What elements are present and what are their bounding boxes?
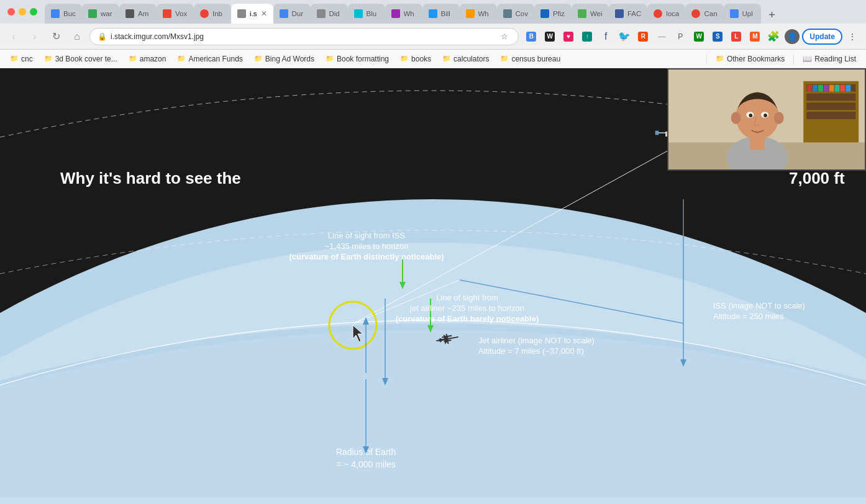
extension-icon-13[interactable]: M [746,28,763,45]
tab-favicon-wh2 [466,9,475,18]
tab-bill[interactable]: Bill [422,4,460,24]
extension-icon-4[interactable]: ↑ [578,28,596,45]
extension-icon-5[interactable]: f [597,28,614,45]
tab-war[interactable]: war [82,4,119,24]
tab-buc[interactable]: Buc [45,4,82,24]
bookmark-book-formatting[interactable]: 📁 Book formatting [321,53,394,65]
folder-icon-6: 📁 [326,55,334,63]
folder-icon-8: 📁 [442,55,451,63]
extension-icon-2[interactable]: W [541,28,558,45]
refresh-button[interactable]: ↻ [47,28,65,45]
tab-blu[interactable]: Blu [348,4,385,24]
bookmark-census[interactable]: 📁 census bureau [495,53,565,65]
svg-rect-47 [807,85,812,92]
extension-icon-3[interactable]: ♥ [560,28,577,45]
bookmark-bing-ad-words[interactable]: 📁 Bing Ad Words [249,53,319,65]
svg-point-62 [774,112,784,124]
bookmark-american-funds[interactable]: 📁 American Funds [172,53,247,65]
tab-label-did: Did [329,10,342,17]
bookmark-label-bing: Bing Ad Words [265,55,314,63]
tab-inb[interactable]: Inb [194,4,231,24]
address-icons: ☆ [498,30,511,43]
svg-text:7,000 ft: 7,000 ft [789,169,845,187]
reading-list-label: Reading List [814,55,856,63]
extension-icon-1[interactable]: B [522,28,540,45]
svg-text:ISS (image NOT to scale): ISS (image NOT to scale) [713,301,805,310]
svg-rect-51 [829,85,834,92]
tab-imgur[interactable]: i.s ✕ [231,4,273,24]
tab-favicon-am [125,9,134,18]
extensions-puzzle-icon[interactable]: 🧩 [765,28,782,45]
folder-icon-3: 📁 [129,55,137,63]
bookmark-star-icon[interactable]: ☆ [498,30,511,43]
tab-favicon-imgur [237,9,246,18]
forward-button[interactable]: › [26,28,43,45]
bookmark-cnc[interactable]: 📁 cnc [5,53,38,65]
bookmark-books[interactable]: 📁 books [395,53,436,65]
content-area: Why it's hard to see the 7,000 ft [0,68,866,504]
tab-favicon-can [691,9,700,18]
tab-dur[interactable]: Dur [273,4,311,24]
bookmark-label-american-funds: American Funds [188,55,242,63]
tab-loca[interactable]: loca [647,4,685,24]
traffic-lights [0,8,45,16]
svg-rect-50 [824,85,829,92]
new-tab-button[interactable]: + [763,6,781,24]
bookmark-3d-book[interactable]: 📁 3d Book cover te... [39,53,122,65]
tab-did[interactable]: Did [311,4,348,24]
tab-upl[interactable]: Upl [724,4,761,24]
tab-favicon-fac [615,9,624,18]
bookmark-other[interactable]: 📁 Other Bookmarks [711,53,790,65]
svg-rect-63 [750,139,765,150]
tab-favicon-wh1 [391,9,400,18]
update-button[interactable]: Update [802,29,842,45]
svg-text:(curvature of Earth distinctly: (curvature of Earth distinctly noticeabl… [289,252,444,261]
bookmark-amazon[interactable]: 📁 amazon [124,53,171,65]
svg-text:jet airliner ~235 miles to hor: jet airliner ~235 miles to horizon [409,304,524,313]
extension-icon-9[interactable]: P [672,28,689,45]
svg-text:Altitude = 250 miles: Altitude = 250 miles [713,312,784,321]
bookmark-label-census: census bureau [511,55,560,63]
maximize-button[interactable] [30,8,37,16]
svg-text:= ~ 4,000 miles: = ~ 4,000 miles [336,459,396,469]
tab-wh2[interactable]: Wh [460,4,497,24]
folder-icon-2: 📁 [44,55,53,63]
home-button[interactable]: ⌂ [68,28,86,45]
tab-label-wh1: Wh [404,10,416,17]
extension-icon-10[interactable]: W [690,28,708,45]
svg-point-59 [749,114,752,117]
tab-fac[interactable]: FAC [609,4,647,24]
extension-icon-11[interactable]: S [709,28,726,45]
tab-can[interactable]: Can [685,4,723,24]
tab-wh1[interactable]: Wh [385,4,422,24]
tab-cov[interactable]: Cov [497,4,534,24]
minimize-button[interactable] [19,8,26,16]
extension-icon-6[interactable]: 🐦 [616,28,633,45]
chrome-menu-icon[interactable]: ⋮ [844,28,861,45]
profile-avatar-icon[interactable]: 👤 [783,28,801,45]
tab-vox[interactable]: Vox [157,4,194,24]
tab-label-dur: Dur [292,10,304,17]
tab-wei[interactable]: Wei [572,4,609,24]
close-button[interactable] [7,8,15,16]
bookmark-label-other: Other Bookmarks [727,55,785,63]
folder-icon-9: 📁 [500,55,509,63]
tab-close-imgur[interactable]: ✕ [261,9,267,18]
address-bar[interactable]: 🔒 i.stack.imgur.com/Mxsv1.jpg ☆ [89,28,519,45]
svg-text:~1,435 miles to horizon: ~1,435 miles to horizon [325,241,409,251]
tab-label-am: Am [138,10,150,17]
svg-text:Line of sight from ISS: Line of sight from ISS [328,231,406,240]
tab-label-cov: Cov [516,10,528,17]
extension-icon-12[interactable]: L [727,28,745,45]
tab-favicon-vox [163,9,171,18]
extension-icon-8[interactable]: — [653,28,670,45]
reading-list-button[interactable]: 📖 Reading List [798,53,861,65]
tab-pfiz[interactable]: Pfiz [534,4,572,24]
back-button[interactable]: ‹ [5,28,22,45]
bookmark-label-book-formatting: Book formatting [337,55,389,63]
bookmark-calculators[interactable]: 📁 calculators [437,53,494,65]
tab-am[interactable]: Am [119,4,157,24]
extension-icon-7[interactable]: R [634,28,652,45]
video-overlay[interactable] [667,68,866,171]
tab-label-upl: Upl [742,10,755,17]
